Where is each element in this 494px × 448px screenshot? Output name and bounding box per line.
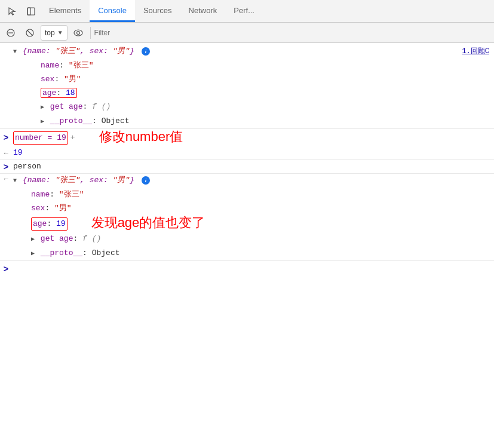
row-content: age: 19 发现age的值也变了 [12, 216, 494, 231]
prop-key: __proto__ [50, 116, 92, 125]
console-content: {name: "张三", sex: "男"} i 1.回顾C name: "张三… [0, 43, 494, 278]
table-row: age: 19 发现age的值也变了 [0, 215, 494, 232]
row-gutter: > [0, 133, 12, 143]
table-row: __proto__: Object [0, 246, 494, 260]
ban-icon-btn[interactable] [22, 24, 38, 41]
row-gutter [10, 60, 22, 60]
row-content: __proto__: Object [12, 247, 494, 260]
row-content: name: "张三" [22, 60, 494, 72]
console-input[interactable] [13, 265, 494, 274]
annotation-age-changed: 发现age的值也变了 [91, 216, 205, 231]
expand-arrow-icon[interactable] [31, 234, 35, 246]
cursor-icon-btn[interactable] [2, 0, 22, 22]
svg-rect-1 [27, 8, 30, 15]
prop-value: 19 [56, 219, 66, 228]
svg-rect-0 [27, 8, 35, 15]
svg-point-6 [74, 30, 82, 36]
row-gutter [0, 189, 12, 189]
tab-perf[interactable]: Perf... [225, 0, 263, 22]
result-arrow-icon: ← [4, 175, 8, 183]
row-content: get age: f () [12, 233, 494, 246]
prop-key: age [33, 219, 47, 228]
prop-value: "男" [64, 75, 81, 84]
panel-icon-btn[interactable] [22, 0, 41, 22]
colon: : [50, 190, 59, 199]
prop-key: sex [41, 75, 54, 84]
row-content: {name: "张三", sex: "男"} i 1.回顾C [12, 45, 494, 58]
result-arrow-icon: ← [4, 149, 8, 158]
object-preview: {name: "张三", sex: "男"} [23, 47, 134, 56]
colon: : [54, 75, 64, 84]
annotation-modify-number: 修改number值 [99, 130, 183, 145]
colon: : [47, 219, 56, 228]
source-link[interactable]: 1.回顾C [462, 45, 489, 57]
row-gutter [10, 115, 22, 116]
tab-elements[interactable]: Elements [41, 0, 90, 22]
row-gutter [0, 247, 12, 248]
info-icon[interactable]: i [142, 47, 150, 56]
row-content: sex: "男" [12, 202, 494, 214]
expand-arrow-icon[interactable] [13, 46, 17, 58]
table-row: age: 18 [0, 86, 494, 100]
person-input-row: > person [0, 159, 494, 173]
prompt-icon: > [4, 133, 8, 143]
prop-value: 18 [66, 88, 75, 97]
expand-arrow-icon[interactable] [41, 116, 44, 128]
row-gutter [0, 216, 12, 217]
number-result: 19 [13, 148, 23, 157]
number-input-row: > number = 19 + 修改number值 [0, 128, 494, 146]
row-content: {name: "张三", sex: "男"} i [12, 174, 494, 187]
prop-value: f () [82, 234, 101, 243]
tab-perf-label: Perf... [234, 6, 254, 15]
context-selector[interactable]: top ▼ [41, 25, 67, 41]
row-gutter: > [0, 264, 12, 274]
object-preview-2: {name: "张三", sex: "男"} [23, 176, 134, 185]
clear-console-btn[interactable] [2, 24, 19, 41]
row-content: sex: "男" [22, 73, 494, 85]
prop-key: age [42, 88, 56, 97]
info-icon-2[interactable]: i [142, 176, 150, 185]
row-content [12, 263, 494, 275]
tab-network[interactable]: Network [180, 0, 226, 22]
person-label: person [13, 162, 41, 171]
eye-btn[interactable] [70, 24, 87, 41]
svg-point-7 [76, 31, 79, 34]
prop-key: sex [31, 204, 45, 213]
table-row: ← {name: "张三", sex: "男"} i [0, 173, 494, 188]
tab-network-label: Network [189, 6, 217, 15]
table-row: __proto__: Object [0, 114, 494, 128]
filter-input[interactable] [94, 29, 492, 37]
table-row: get age: f () [0, 232, 494, 246]
row-gutter [0, 202, 12, 203]
row-gutter: ← [0, 149, 12, 158]
tab-sources-label: Sources [143, 6, 172, 15]
prop-value: "男" [54, 204, 72, 213]
tab-console[interactable]: Console [90, 0, 135, 22]
console-toolbar: top ▼ [0, 23, 494, 43]
table-row: get age: f () [0, 100, 494, 114]
age-highlighted-box: age: 18 [41, 88, 77, 98]
row-content: person [12, 161, 494, 173]
table-row: {name: "张三", sex: "男"} i 1.回顾C [0, 44, 494, 59]
number-highlighted-box: number = 19 [13, 131, 68, 145]
row-gutter [10, 101, 22, 102]
expand-arrow-icon[interactable] [41, 102, 44, 113]
colon: : [82, 102, 92, 111]
final-prompt-icon: > [4, 265, 8, 274]
prop-value: f () [92, 102, 111, 111]
table-row: name: "张三" [0, 59, 494, 72]
row-content: number = 19 + 修改number值 [12, 130, 494, 145]
row-content: 19 [12, 147, 494, 159]
tab-console-label: Console [98, 6, 127, 15]
prop-key: get age [41, 234, 73, 243]
row-gutter [0, 45, 12, 46]
prop-value: "张三" [59, 190, 84, 199]
prop-key: name [41, 61, 59, 70]
expand-arrow-icon[interactable] [13, 175, 17, 187]
prop-value: "张三" [69, 61, 94, 70]
prop-value: Object [102, 116, 130, 125]
tab-sources[interactable]: Sources [135, 0, 180, 22]
colon: : [45, 204, 54, 213]
expand-arrow-icon[interactable] [31, 248, 35, 260]
row-content: get age: f () [22, 101, 494, 113]
